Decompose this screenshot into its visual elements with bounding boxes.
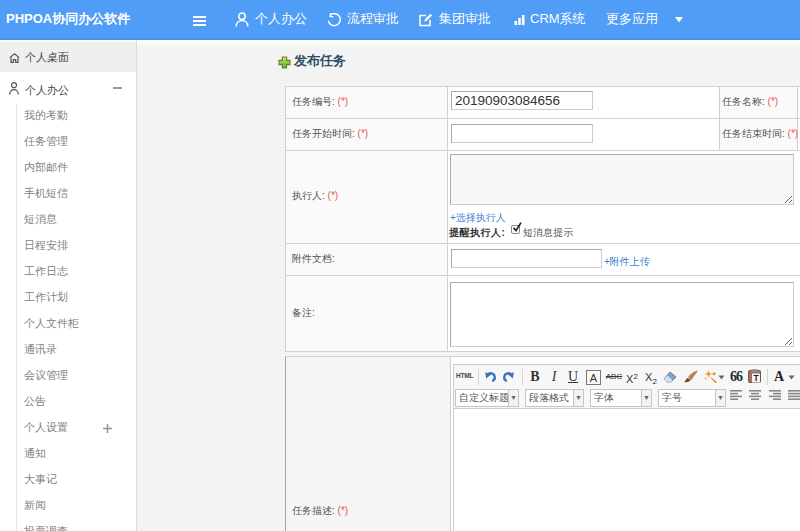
svg-text:T: T bbox=[753, 373, 759, 383]
